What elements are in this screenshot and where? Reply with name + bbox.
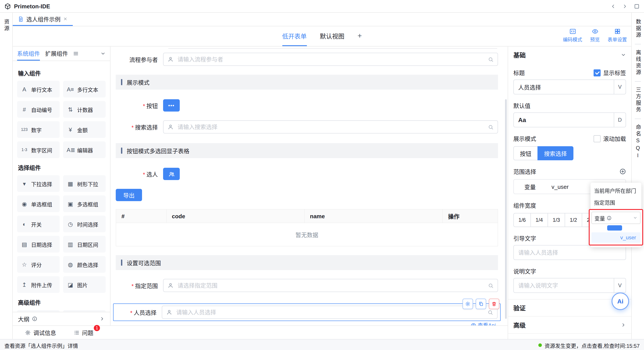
add-scope-icon[interactable] bbox=[620, 168, 626, 175]
desc-variable-toggle[interactable]: V bbox=[614, 278, 626, 292]
tab-lowcode-form[interactable]: 低开表单 bbox=[282, 26, 307, 46]
palette-item-counter[interactable]: ⇅计数器 bbox=[63, 101, 106, 118]
sidebar-item-data-source[interactable]: 数据源 bbox=[635, 16, 640, 41]
section-style[interactable]: 样式 bbox=[513, 334, 626, 339]
popup-option-current-department[interactable]: 当前用户所在部门 bbox=[590, 185, 641, 196]
field-delete-button[interactable] bbox=[489, 299, 499, 309]
nav-back-icon[interactable] bbox=[610, 3, 616, 9]
desc-text-field[interactable] bbox=[514, 278, 614, 292]
field-settings-button[interactable] bbox=[462, 299, 473, 309]
person-select-input[interactable] bbox=[162, 306, 498, 319]
process-participant-field[interactable] bbox=[177, 56, 485, 63]
table-empty-text: 暂无数据 bbox=[116, 223, 498, 246]
checkbox-unchecked-icon[interactable] bbox=[594, 135, 600, 142]
sidebar-item-offline-resources[interactable]: 离线资源 bbox=[635, 47, 640, 79]
canvas-scrollbar[interactable] bbox=[505, 99, 507, 319]
search-select-field[interactable] bbox=[177, 123, 485, 131]
preview-button[interactable]: 预览 bbox=[590, 28, 600, 43]
section-advanced[interactable]: 高级 bbox=[513, 317, 626, 333]
width-option[interactable]: 1/2 bbox=[565, 213, 582, 227]
ai-assistant-button[interactable]: Ai bbox=[612, 292, 629, 310]
palette-item-date-picker[interactable]: ▤日期选择 bbox=[17, 236, 60, 253]
app-title: Primeton-IDE bbox=[14, 3, 50, 10]
popup-option-assign-range[interactable]: 指定范围 bbox=[590, 196, 641, 208]
process-participant-input[interactable] bbox=[163, 53, 498, 66]
picker-button[interactable]: ••• bbox=[163, 99, 180, 112]
palette-item-org-select[interactable]: ◫机构选择 bbox=[63, 310, 106, 312]
palette-item-switch[interactable]: ◐开关 bbox=[17, 216, 60, 232]
title-variable-toggle[interactable]: V bbox=[614, 80, 626, 94]
palette-collapse-icon[interactable] bbox=[100, 51, 106, 56]
export-button[interactable]: 导出 bbox=[116, 189, 142, 201]
section-title: 按钮模式多选回显子表格 bbox=[127, 146, 190, 155]
section-validate[interactable]: 验证 bbox=[513, 299, 626, 316]
assign-range-field[interactable] bbox=[177, 282, 485, 289]
view-api-link[interactable]: 查看Api bbox=[470, 321, 496, 325]
highlight-annotation-box: 变量 v_user bbox=[589, 209, 643, 246]
palette-item-rating[interactable]: ☆评分 bbox=[17, 256, 60, 273]
search-select-input[interactable] bbox=[163, 120, 498, 133]
width-option[interactable]: 1/6 bbox=[513, 213, 531, 227]
guide-text-field[interactable] bbox=[514, 246, 626, 260]
tab-person-component-example[interactable]: 选人组件示例 bbox=[13, 13, 73, 26]
palette-item-single-line-text[interactable]: A单行文本 bbox=[17, 81, 60, 97]
resource-changed-notice[interactable]: 资源发生变更，点击查看,检查时间:15:57 bbox=[538, 341, 640, 349]
title-value-field[interactable] bbox=[514, 80, 614, 94]
outline-toggle[interactable]: 大纲 bbox=[13, 312, 110, 325]
default-value-input[interactable]: D bbox=[513, 112, 626, 127]
add-view-tab-button[interactable]: + bbox=[358, 26, 362, 46]
debug-info-button[interactable]: 调试信息 bbox=[25, 328, 56, 337]
nav-forward-icon[interactable] bbox=[622, 3, 628, 9]
palette-menu-icon[interactable] bbox=[73, 51, 78, 56]
checkbox-checked-icon[interactable] bbox=[594, 69, 600, 76]
show-label-checkbox[interactable]: 显示标签 bbox=[594, 69, 626, 77]
width-option[interactable]: 1/3 bbox=[548, 213, 565, 227]
table-header: # code name 操作 bbox=[116, 210, 498, 223]
guide-text-input[interactable] bbox=[513, 245, 626, 260]
default-variable-toggle[interactable]: D bbox=[614, 113, 626, 127]
palette-item-multi-line-text[interactable]: A≡多行文本 bbox=[63, 81, 106, 97]
assign-range-input[interactable] bbox=[163, 279, 498, 292]
selected-field-person-select[interactable]: *人员选择 查看Ap bbox=[113, 303, 501, 321]
problems-button[interactable]: 问题 1 bbox=[74, 328, 94, 337]
palette-item-dropdown[interactable]: ▾下拉选择 bbox=[17, 175, 60, 192]
sidebar-item-resources[interactable]: 资源 bbox=[4, 16, 9, 35]
palette-item-time-picker[interactable]: ◷时间选择 bbox=[63, 216, 106, 232]
sidebar-item-third-party-services[interactable]: 三方服务 bbox=[635, 84, 640, 116]
person-select-field[interactable] bbox=[175, 308, 484, 316]
section-basic[interactable]: 基础 bbox=[513, 47, 626, 63]
palette-item-tree-dropdown[interactable]: ▦树形下拉 bbox=[63, 175, 106, 192]
palette-item-color-picker[interactable]: ◍颜色选择 bbox=[63, 256, 106, 273]
person-pick-button[interactable] bbox=[163, 168, 180, 180]
form-settings-button[interactable]: 表单设置 bbox=[608, 28, 627, 43]
default-value-field[interactable] bbox=[514, 113, 614, 127]
close-tab-icon[interactable] bbox=[63, 17, 68, 21]
variable-select[interactable]: 变量 bbox=[592, 212, 640, 224]
variable-option-v-user[interactable]: v_user bbox=[592, 232, 640, 243]
palette-item-editor[interactable]: A≣编辑器 bbox=[63, 141, 106, 158]
palette-item-number[interactable]: 123数字 bbox=[17, 121, 60, 138]
palette-item-person-select[interactable]: ○人员选择 bbox=[17, 310, 60, 312]
mode-option-search-select[interactable]: 搜索选择 bbox=[538, 146, 574, 160]
tab-system-components[interactable]: 系统组件 bbox=[17, 47, 40, 61]
scroll-load-checkbox[interactable]: 滚动加载 bbox=[594, 134, 626, 143]
field-copy-button[interactable] bbox=[476, 299, 486, 309]
palette-item-checkbox-group[interactable]: ▣多选框组 bbox=[63, 196, 106, 212]
title-input[interactable]: V bbox=[513, 79, 626, 94]
sidebar-item-named-sql[interactable]: 命名SQl bbox=[635, 122, 640, 162]
palette-item-number-range[interactable]: 1-3数字区间 bbox=[17, 141, 60, 158]
palette-item-currency[interactable]: ¥金额 bbox=[63, 121, 106, 138]
palette-item-radio-group[interactable]: ◉单选框组 bbox=[17, 196, 60, 212]
palette-item-attachment-upload[interactable]: ↥附件上传 bbox=[17, 276, 60, 293]
palette-item-date-range[interactable]: ▥日期区间 bbox=[63, 236, 106, 253]
palette-item-image[interactable]: ◪图片 bbox=[63, 276, 106, 293]
mode-option-button[interactable]: 按钮 bbox=[513, 146, 538, 160]
window-icon[interactable] bbox=[634, 3, 640, 9]
palette-item-auto-number[interactable]: #自动编号 bbox=[17, 101, 60, 118]
palette-section-select: 选择组件 bbox=[18, 163, 105, 172]
desc-text-input[interactable]: V bbox=[513, 278, 626, 293]
width-option[interactable]: 1/4 bbox=[530, 213, 548, 227]
tab-default-view[interactable]: 默认视图 bbox=[320, 26, 344, 46]
tab-extension-components[interactable]: 扩展组件 bbox=[45, 47, 68, 61]
code-mode-button[interactable]: 编码模式 bbox=[563, 28, 582, 43]
